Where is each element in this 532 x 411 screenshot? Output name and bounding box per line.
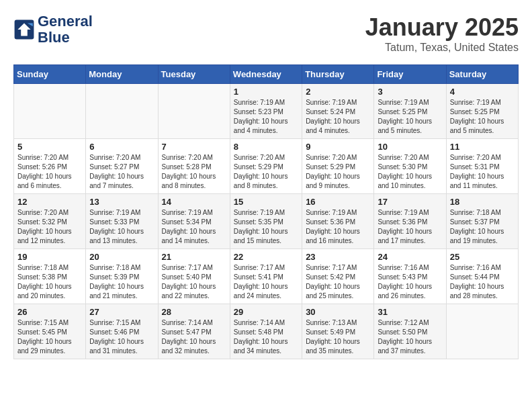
calendar-cell: 9Sunrise: 7:20 AM Sunset: 5:29 PM Daylig…	[302, 139, 374, 194]
calendar-cell: 30Sunrise: 7:13 AM Sunset: 5:49 PM Dayli…	[302, 304, 374, 359]
calendar-cell: 20Sunrise: 7:18 AM Sunset: 5:39 PM Dayli…	[86, 249, 158, 304]
cell-content: Sunrise: 7:17 AM Sunset: 5:42 PM Dayligh…	[306, 263, 370, 301]
column-header-sunday: Sunday	[14, 65, 86, 84]
day-number: 14	[162, 197, 226, 207]
logo-icon	[13, 19, 35, 40]
cell-content: Sunrise: 7:20 AM Sunset: 5:28 PM Dayligh…	[162, 153, 226, 191]
calendar-cell: 6Sunrise: 7:20 AM Sunset: 5:27 PM Daylig…	[86, 139, 158, 194]
cell-content: Sunrise: 7:19 AM Sunset: 5:24 PM Dayligh…	[306, 98, 370, 136]
day-number: 27	[89, 307, 154, 317]
calendar-cell: 2Sunrise: 7:19 AM Sunset: 5:24 PM Daylig…	[302, 84, 374, 139]
cell-content: Sunrise: 7:19 AM Sunset: 5:23 PM Dayligh…	[234, 98, 298, 136]
cell-content: Sunrise: 7:13 AM Sunset: 5:49 PM Dayligh…	[306, 318, 370, 356]
cell-content: Sunrise: 7:19 AM Sunset: 5:36 PM Dayligh…	[306, 208, 370, 246]
day-number: 28	[162, 307, 226, 317]
week-row-2: 5Sunrise: 7:20 AM Sunset: 5:26 PM Daylig…	[14, 139, 519, 194]
calendar-cell: 19Sunrise: 7:18 AM Sunset: 5:38 PM Dayli…	[14, 249, 86, 304]
logo-text: General Blue	[38, 13, 93, 46]
calendar-cell: 15Sunrise: 7:19 AM Sunset: 5:35 PM Dayli…	[230, 194, 302, 249]
cell-content: Sunrise: 7:17 AM Sunset: 5:40 PM Dayligh…	[162, 263, 226, 301]
cell-content: Sunrise: 7:15 AM Sunset: 5:46 PM Dayligh…	[89, 318, 154, 356]
day-number: 4	[450, 87, 515, 97]
cell-content: Sunrise: 7:19 AM Sunset: 5:36 PM Dayligh…	[378, 208, 442, 246]
calendar-cell	[446, 304, 518, 359]
page-header: General Blue January 2025 Tatum, Texas, …	[13, 13, 519, 54]
day-number: 15	[234, 197, 298, 207]
cell-content: Sunrise: 7:16 AM Sunset: 5:44 PM Dayligh…	[450, 263, 515, 301]
day-number: 25	[450, 252, 515, 262]
day-number: 10	[378, 142, 442, 152]
calendar-cell: 28Sunrise: 7:14 AM Sunset: 5:47 PM Dayli…	[158, 304, 230, 359]
week-row-4: 19Sunrise: 7:18 AM Sunset: 5:38 PM Dayli…	[14, 249, 519, 304]
calendar-cell: 14Sunrise: 7:19 AM Sunset: 5:34 PM Dayli…	[158, 194, 230, 249]
calendar-cell: 23Sunrise: 7:17 AM Sunset: 5:42 PM Dayli…	[302, 249, 374, 304]
logo: General Blue	[13, 13, 93, 46]
calendar-cell	[158, 84, 230, 139]
calendar-cell: 13Sunrise: 7:19 AM Sunset: 5:33 PM Dayli…	[86, 194, 158, 249]
column-header-friday: Friday	[374, 65, 446, 84]
calendar-cell: 25Sunrise: 7:16 AM Sunset: 5:44 PM Dayli…	[446, 249, 518, 304]
column-header-monday: Monday	[86, 65, 158, 84]
day-number: 22	[234, 252, 298, 262]
calendar-cell: 24Sunrise: 7:16 AM Sunset: 5:43 PM Dayli…	[374, 249, 446, 304]
day-number: 5	[17, 142, 82, 152]
cell-content: Sunrise: 7:20 AM Sunset: 5:32 PM Dayligh…	[17, 208, 82, 246]
calendar-cell: 4Sunrise: 7:19 AM Sunset: 5:25 PM Daylig…	[446, 84, 518, 139]
cell-content: Sunrise: 7:20 AM Sunset: 5:30 PM Dayligh…	[378, 153, 442, 191]
week-row-5: 26Sunrise: 7:15 AM Sunset: 5:45 PM Dayli…	[14, 304, 519, 359]
day-number: 23	[306, 252, 370, 262]
calendar-cell: 31Sunrise: 7:12 AM Sunset: 5:50 PM Dayli…	[374, 304, 446, 359]
calendar-cell: 18Sunrise: 7:18 AM Sunset: 5:37 PM Dayli…	[446, 194, 518, 249]
calendar-cell: 12Sunrise: 7:20 AM Sunset: 5:32 PM Dayli…	[14, 194, 86, 249]
day-number: 17	[378, 197, 442, 207]
cell-content: Sunrise: 7:15 AM Sunset: 5:45 PM Dayligh…	[17, 318, 82, 356]
column-header-thursday: Thursday	[302, 65, 374, 84]
day-number: 19	[17, 252, 82, 262]
cell-content: Sunrise: 7:18 AM Sunset: 5:38 PM Dayligh…	[17, 263, 82, 301]
day-number: 16	[306, 197, 370, 207]
cell-content: Sunrise: 7:19 AM Sunset: 5:35 PM Dayligh…	[234, 208, 298, 246]
day-number: 2	[306, 87, 370, 97]
day-number: 9	[306, 142, 370, 152]
cell-content: Sunrise: 7:19 AM Sunset: 5:34 PM Dayligh…	[162, 208, 226, 246]
cell-content: Sunrise: 7:20 AM Sunset: 5:29 PM Dayligh…	[306, 153, 370, 191]
column-header-wednesday: Wednesday	[230, 65, 302, 84]
title-block: January 2025 Tatum, Texas, United States	[365, 13, 519, 54]
week-row-1: 1Sunrise: 7:19 AM Sunset: 5:23 PM Daylig…	[14, 84, 519, 139]
week-row-3: 12Sunrise: 7:20 AM Sunset: 5:32 PM Dayli…	[14, 194, 519, 249]
cell-content: Sunrise: 7:14 AM Sunset: 5:47 PM Dayligh…	[162, 318, 226, 356]
calendar-cell: 8Sunrise: 7:20 AM Sunset: 5:29 PM Daylig…	[230, 139, 302, 194]
day-number: 7	[162, 142, 226, 152]
cell-content: Sunrise: 7:19 AM Sunset: 5:25 PM Dayligh…	[378, 98, 442, 136]
day-number: 13	[89, 197, 154, 207]
column-header-tuesday: Tuesday	[158, 65, 230, 84]
calendar-cell: 29Sunrise: 7:14 AM Sunset: 5:48 PM Dayli…	[230, 304, 302, 359]
calendar-table: SundayMondayTuesdayWednesdayThursdayFrid…	[13, 64, 519, 359]
day-number: 29	[234, 307, 298, 317]
cell-content: Sunrise: 7:12 AM Sunset: 5:50 PM Dayligh…	[378, 318, 442, 356]
day-number: 6	[89, 142, 154, 152]
day-number: 3	[378, 87, 442, 97]
cell-content: Sunrise: 7:20 AM Sunset: 5:31 PM Dayligh…	[450, 153, 515, 191]
calendar-cell	[14, 84, 86, 139]
day-number: 12	[17, 197, 82, 207]
month-title: January 2025	[365, 13, 519, 42]
cell-content: Sunrise: 7:20 AM Sunset: 5:29 PM Dayligh…	[234, 153, 298, 191]
calendar-cell: 26Sunrise: 7:15 AM Sunset: 5:45 PM Dayli…	[14, 304, 86, 359]
day-number: 20	[89, 252, 154, 262]
cell-content: Sunrise: 7:19 AM Sunset: 5:33 PM Dayligh…	[89, 208, 154, 246]
cell-content: Sunrise: 7:19 AM Sunset: 5:25 PM Dayligh…	[450, 98, 515, 136]
calendar-cell: 22Sunrise: 7:17 AM Sunset: 5:41 PM Dayli…	[230, 249, 302, 304]
cell-content: Sunrise: 7:18 AM Sunset: 5:39 PM Dayligh…	[89, 263, 154, 301]
calendar-cell	[86, 84, 158, 139]
header-row: SundayMondayTuesdayWednesdayThursdayFrid…	[14, 65, 519, 84]
day-number: 26	[17, 307, 82, 317]
calendar-cell: 5Sunrise: 7:20 AM Sunset: 5:26 PM Daylig…	[14, 139, 86, 194]
calendar-cell: 10Sunrise: 7:20 AM Sunset: 5:30 PM Dayli…	[374, 139, 446, 194]
cell-content: Sunrise: 7:14 AM Sunset: 5:48 PM Dayligh…	[234, 318, 298, 356]
calendar-cell: 1Sunrise: 7:19 AM Sunset: 5:23 PM Daylig…	[230, 84, 302, 139]
day-number: 18	[450, 197, 515, 207]
day-number: 11	[450, 142, 515, 152]
cell-content: Sunrise: 7:20 AM Sunset: 5:27 PM Dayligh…	[89, 153, 154, 191]
cell-content: Sunrise: 7:17 AM Sunset: 5:41 PM Dayligh…	[234, 263, 298, 301]
